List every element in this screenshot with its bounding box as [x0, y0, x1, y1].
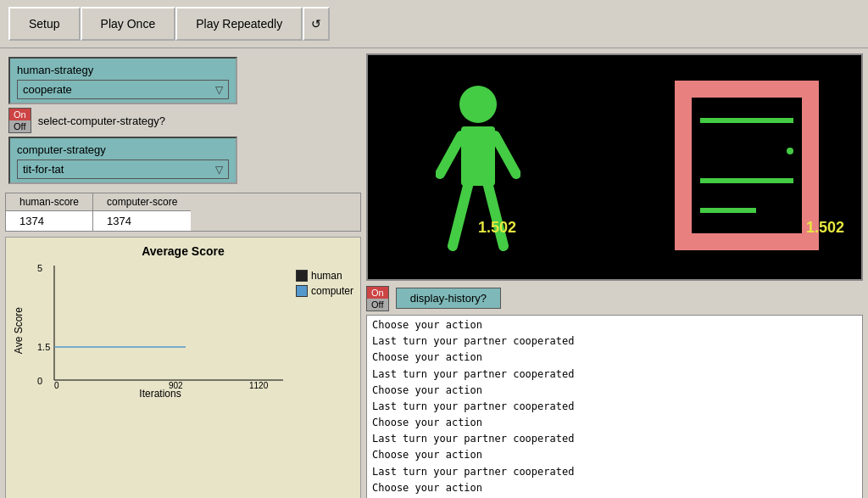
history-line: Last turn your partner cooperated: [372, 399, 857, 415]
svg-text:1.5: 1.5: [37, 342, 50, 352]
computer-strategy-arrow-icon: ▽: [215, 164, 223, 176]
human-strategy-label: human-strategy: [17, 62, 229, 78]
computer-strategy-label: computer-strategy: [17, 142, 229, 158]
svg-rect-10: [461, 126, 495, 186]
svg-line-12: [495, 136, 516, 174]
chart-x-label: Iterations: [28, 388, 292, 400]
legend-computer: computer: [296, 285, 353, 297]
game-display: 1.502 1.502: [366, 53, 863, 281]
history-line: Last turn your partner cooperated: [372, 464, 857, 480]
svg-line-14: [488, 186, 504, 246]
left-panel: human-strategy cooperate ▽ On Off select…: [5, 53, 361, 498]
history-text-area[interactable]: Choose your actionLast turn your partner…: [366, 315, 863, 498]
chart-container: Ave Score 5 1.5 0 0 902: [13, 261, 353, 400]
screen-line-top: [700, 118, 793, 123]
toggle-off-label: Off: [9, 120, 31, 132]
screen-line-mid: [700, 208, 756, 213]
setup-button[interactable]: Setup: [8, 7, 81, 41]
chart-title: Average Score: [13, 244, 353, 258]
computer-strategy-dropdown[interactable]: tit-for-tat ▽: [17, 159, 229, 179]
history-line: Choose your action: [372, 447, 857, 463]
select-computer-toggle[interactable]: On Off: [8, 108, 31, 133]
chart-section: Average Score Ave Score 5 1.5 0: [5, 237, 361, 498]
history-line: Last turn your partner cooperated: [372, 333, 857, 350]
computer-score-value: 1374: [93, 211, 191, 231]
play-repeatedly-button[interactable]: Play Repeatedly: [175, 7, 303, 41]
strategy-section: human-strategy cooperate ▽ On Off select…: [5, 53, 361, 187]
computer-strategy-box: computer-strategy tit-for-tat ▽: [8, 137, 237, 184]
screen-line-bottom: [700, 178, 793, 183]
chart-area: 5 1.5 0 0 902 1120: [28, 261, 292, 400]
svg-text:0: 0: [37, 376, 42, 386]
legend-computer-label: computer: [311, 285, 353, 297]
select-computer-toggle-row: On Off select-computer-strategy?: [8, 104, 237, 137]
toggle-on-label: On: [9, 109, 31, 120]
screen-dot: [787, 148, 793, 154]
computer-strategy-value: tit-for-tat: [23, 163, 64, 176]
human-game-score: 1.502: [478, 219, 516, 237]
human-strategy-arrow-icon: ▽: [215, 84, 223, 96]
history-line: Last turn your partner cooperated: [372, 367, 857, 383]
history-label: display-history?: [396, 288, 501, 309]
chart-svg: 5 1.5 0 0 902 1120: [28, 261, 292, 389]
computer-game-score: 1.502: [806, 219, 844, 237]
history-header: On Off display-history?: [366, 286, 863, 311]
human-strategy-dropdown[interactable]: cooperate ▽: [17, 80, 229, 99]
human-score-col: human-score 1374: [6, 193, 93, 231]
legend-human-label: human: [311, 270, 342, 282]
refresh-button[interactable]: ↺: [303, 7, 330, 41]
right-panel: 1.502 1.502 On Off display-history?: [366, 53, 863, 498]
computer-score-header: computer-score: [93, 193, 191, 211]
screen-inner: [692, 98, 802, 233]
history-section: On Off display-history? Choose your acti…: [366, 286, 863, 498]
human-figure-svg: [436, 81, 520, 267]
human-strategy-value: cooperate: [23, 83, 72, 96]
select-computer-label: select-computer-strategy?: [38, 115, 165, 127]
history-line: Choose your action: [372, 415, 857, 431]
history-line: Choose your action: [372, 350, 857, 366]
legend-human-box: [296, 270, 308, 282]
chart-y-label: Ave Score: [13, 307, 25, 354]
legend-computer-box: [296, 285, 308, 297]
main-layout: human-strategy cooperate ▽ On Off select…: [0, 48, 868, 498]
history-line: Choose your action: [372, 480, 857, 496]
play-once-button[interactable]: Play Once: [81, 7, 176, 41]
svg-line-13: [453, 186, 468, 246]
svg-text:5: 5: [37, 263, 42, 273]
history-line: Last turn your partner cooperated: [372, 431, 857, 447]
svg-text:1120: 1120: [249, 381, 269, 389]
history-line: Choose your action: [372, 383, 857, 399]
chart-legend: human computer: [296, 261, 353, 400]
history-line: Choose your action: [372, 317, 857, 333]
human-strategy-box: human-strategy cooperate ▽: [8, 57, 237, 104]
scores-section: human-score 1374 computer-score 1374: [5, 193, 361, 232]
legend-human: human: [296, 270, 353, 282]
history-toggle-on: On: [367, 287, 388, 299]
svg-line-11: [440, 136, 461, 174]
computer-screen: [675, 81, 819, 250]
human-score-value: 1374: [6, 211, 92, 231]
human-score-header: human-score: [6, 193, 92, 211]
history-toggle-off: Off: [367, 299, 388, 311]
svg-point-9: [459, 86, 497, 123]
computer-score-col: computer-score 1374: [93, 193, 191, 231]
display-history-toggle[interactable]: On Off: [366, 286, 389, 311]
svg-text:0: 0: [54, 381, 59, 389]
toolbar: Setup Play Once Play Repeatedly ↺: [0, 0, 868, 48]
